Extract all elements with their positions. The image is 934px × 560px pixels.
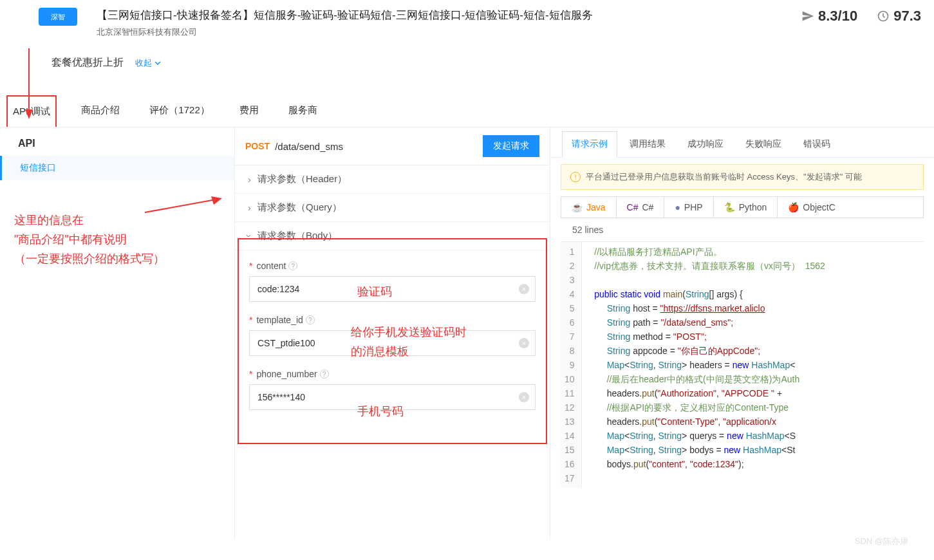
svg-marker-4: [211, 196, 222, 205]
company-name: 北京深智恒际科技有限公司: [97, 26, 801, 38]
collapse-link[interactable]: 收起: [135, 57, 161, 69]
request-panel: POST /data/send_sms 发起请求 › 请求参数（Header） …: [235, 127, 550, 539]
tab-request-sample[interactable]: 请求示例: [562, 131, 617, 158]
line-gutter: 1234567891011121314151617: [561, 242, 582, 488]
send-icon: [801, 10, 814, 23]
field-label-content: content: [256, 261, 286, 271]
endpoint-path: /data/send_sms: [275, 141, 483, 152]
csharp-icon: C#: [627, 202, 639, 212]
tab-pricing[interactable]: 费用: [234, 95, 264, 127]
lang-tab-csharp[interactable]: C#C#: [617, 197, 665, 218]
lines-count: 52 lines: [561, 218, 924, 242]
clear-icon[interactable]: ×: [519, 284, 529, 294]
tab-call-result[interactable]: 调用结果: [620, 131, 675, 157]
help-icon[interactable]: ?: [320, 369, 329, 378]
tab-product-intro[interactable]: 商品介绍: [76, 95, 125, 127]
tab-reviews[interactable]: 评价（1722）: [144, 95, 214, 127]
tab-success-resp[interactable]: 成功响应: [678, 131, 733, 157]
chevron-down-icon: [154, 60, 161, 66]
vendor-logo: 深智: [39, 8, 77, 26]
tab-vendor[interactable]: 服务商: [283, 95, 322, 127]
tab-api-debug[interactable]: API 调试: [6, 95, 57, 127]
chevron-right-icon: ›: [248, 174, 251, 185]
rating-score: 8.3/10: [801, 8, 857, 24]
chevron-down-icon: ›: [244, 234, 255, 238]
lang-tab-java[interactable]: ☕Java: [561, 197, 617, 218]
http-method: POST: [245, 141, 270, 151]
red-arrow-right-icon: [142, 193, 225, 219]
section-query-params[interactable]: › 请求参数（Query）: [235, 194, 550, 222]
clear-icon[interactable]: ×: [519, 392, 529, 402]
lang-tab-php[interactable]: ●PHP: [664, 197, 713, 218]
clear-icon[interactable]: ×: [519, 338, 529, 348]
sidebar-item-sms[interactable]: 短信接口: [0, 156, 234, 180]
template-input[interactable]: [249, 330, 536, 356]
svg-line-3: [145, 200, 216, 212]
promo-title: 套餐优惠折上折: [51, 56, 124, 70]
field-label-template: template_id: [256, 315, 303, 325]
lang-tab-objc[interactable]: 🍎ObjectC: [778, 197, 846, 218]
invoke-button[interactable]: 发起请求: [483, 135, 539, 157]
product-title: 【三网短信接口-快速报备签名】短信服务-验证码-验证码短信-三网短信接口-短信验…: [97, 8, 801, 23]
field-label-phone: phone_number: [256, 369, 317, 379]
info-banner: ! 平台通过已登录用户信息获取当前账号临时 Access Keys、"发起请求"…: [561, 164, 924, 190]
response-panel: 请求示例 调用结果 成功响应 失败响应 错误码 ! 平台通过已登录用户信息获取当…: [550, 127, 934, 539]
watermark: SDN @陈亦康: [855, 536, 908, 547]
content-input[interactable]: [249, 276, 536, 302]
lang-tab-python[interactable]: 🐍Python: [714, 197, 778, 218]
help-icon[interactable]: ?: [288, 261, 297, 270]
annotation-left-3: （一定要按照介绍的格式写）: [14, 251, 165, 266]
php-icon: ●: [675, 202, 680, 212]
tab-fail-resp[interactable]: 失败响应: [736, 131, 791, 157]
annotation-left-2: "商品介绍"中都有说明: [14, 232, 127, 247]
api-heading: API: [0, 127, 234, 156]
java-icon: ☕: [572, 202, 583, 212]
section-header-params[interactable]: › 请求参数（Header）: [235, 165, 550, 194]
code-editor[interactable]: 1234567891011121314151617 //以精品服务打造精品API…: [561, 242, 924, 488]
header: 深智 【三网短信接口-快速报备签名】短信服务-验证码-验证码短信-三网短信接口-…: [0, 0, 934, 43]
clock-icon: [877, 10, 890, 23]
phone-input[interactable]: [249, 384, 536, 410]
section-body-params[interactable]: › 请求参数（Body）: [235, 222, 550, 250]
info-icon: !: [570, 172, 581, 182]
main-tabs: API 调试 商品介绍 评价（1722） 费用 服务商: [0, 95, 934, 127]
uptime-score: 97.3: [877, 8, 921, 24]
python-icon: 🐍: [724, 202, 735, 212]
tab-error-codes[interactable]: 错误码: [794, 131, 840, 157]
api-sidebar: API 短信接口 这里的信息在 "商品介绍"中都有说明 （一定要按照介绍的格式写…: [0, 127, 235, 539]
chevron-right-icon: ›: [248, 202, 251, 213]
promo-bar: 套餐优惠折上折 收起: [0, 43, 934, 95]
help-icon[interactable]: ?: [306, 315, 315, 324]
annotation-left-1: 这里的信息在: [14, 212, 84, 228]
apple-icon: 🍎: [788, 202, 799, 212]
